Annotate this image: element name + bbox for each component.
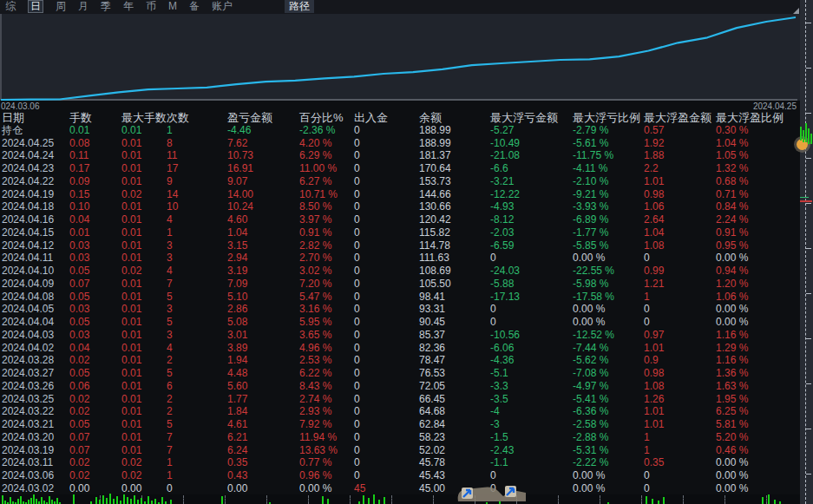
cell-最大浮亏比例: -3.93 %: [573, 200, 608, 213]
table-row-2024.04.05[interactable]: 2024.04.050.030.0132.863.16 %093.3100.00…: [0, 303, 800, 316]
table-row-2024.04.19[interactable]: 2024.04.190.150.021414.0010.71 %0144.66-…: [0, 188, 800, 201]
mini-green-line: [800, 197, 809, 198]
cell-余额: 114.78: [419, 239, 450, 252]
cell-最大浮盈金额: 0.99: [644, 265, 664, 278]
table-row-2024.03.21[interactable]: 2024.03.210.050.0154.617.92 %062.84-3-2.…: [0, 418, 800, 431]
menu-item-账户[interactable]: 账户: [212, 0, 233, 13]
table-row-2024.04.16[interactable]: 2024.04.160.040.0144.603.97 %0120.42-8.1…: [0, 213, 800, 226]
cell-最大浮盈金额: 1.08: [644, 239, 664, 252]
table-row-2024.04.04[interactable]: 2024.04.040.050.0155.085.95 %090.4500.00…: [0, 316, 800, 329]
column-header-次数[interactable]: 次数: [167, 111, 189, 124]
cell-最大手数: 0.01: [121, 329, 141, 342]
right-axis-tick: [806, 474, 811, 475]
volume-bar: [33, 494, 35, 504]
column-header-日期[interactable]: 日期: [2, 111, 24, 124]
table-row-2024.03.28[interactable]: 2024.03.280.020.0121.942.53 %078.47-4.36…: [0, 354, 800, 367]
cell-最大浮盈比例: 0.00 %: [716, 456, 748, 469]
column-header-最大手数[interactable]: 最大手数: [121, 111, 167, 124]
cell-余额: 98.41: [419, 291, 445, 304]
cell-最大浮盈金额: 0.57: [644, 124, 664, 137]
menu-item-币[interactable]: 币: [146, 0, 156, 13]
cell-最大浮亏比例: -17.58 %: [573, 291, 614, 304]
table-row-2024.03.20[interactable]: 2024.03.200.070.0176.2111.94 %058.23-1.5…: [0, 431, 800, 444]
cell-最大浮盈比例: 1.63 %: [716, 380, 748, 393]
table-row-2024.03.25[interactable]: 2024.03.250.020.0121.772.74 %066.45-3.5-…: [0, 393, 800, 406]
column-header-余额[interactable]: 余额: [419, 111, 442, 124]
cell-次数: 3: [167, 329, 173, 342]
equity-curve-svg: [0, 14, 800, 101]
table-row-2024.04.03[interactable]: 2024.04.030.030.0133.013.65 %085.37-10.5…: [0, 329, 800, 342]
cell-盈亏金额: 1.04: [227, 226, 247, 239]
menu-item-日[interactable]: 日: [28, 0, 43, 13]
column-header-出入金[interactable]: 出入金: [354, 111, 388, 124]
path-button[interactable]: 路径: [285, 0, 314, 13]
cell-最大手数: 0.01: [121, 354, 141, 367]
right-axis-tick: [806, 248, 811, 249]
cell-余额: 105.50: [419, 278, 451, 291]
table-row-2024.04.09[interactable]: 2024.04.090.070.0177.097.20 %0105.50-5.8…: [0, 278, 800, 291]
cell-余额: 72.05: [419, 380, 445, 393]
cell-最大浮盈比例: 1.16 %: [716, 329, 748, 342]
column-header-盈亏金额[interactable]: 盈亏金额: [227, 111, 272, 124]
menu-item-M[interactable]: M: [168, 0, 177, 13]
column-header-最大浮亏金额[interactable]: 最大浮亏金额: [490, 111, 558, 124]
volume-bar: [762, 497, 764, 504]
cell-最大浮盈金额: 0.97: [644, 329, 664, 342]
table-row-2024.03.27[interactable]: 2024.03.270.050.0154.486.22 %076.53-5.1-…: [0, 367, 800, 380]
table-row-2024.04.15[interactable]: 2024.04.150.010.0111.040.91 %0115.82-2.0…: [0, 226, 800, 239]
table-row-2024.03.19[interactable]: 2024.03.190.070.0176.2413.63 %052.02-2.4…: [0, 444, 800, 457]
menu-item-周[interactable]: 周: [56, 0, 66, 13]
right-axis-tick: [806, 68, 811, 69]
volume-bar: [56, 498, 58, 504]
cell-最大浮盈比例: 1.16 %: [716, 354, 748, 367]
menu-item-季[interactable]: 季: [101, 0, 111, 13]
table-row-2024.03.06[interactable]: 2024.03.060.020.0210.430.96 %045.4300.00…: [0, 469, 800, 482]
table-row-2024.04.24[interactable]: 2024.04.240.110.011110.736.29 %0181.37-2…: [0, 149, 800, 162]
menu-item-备[interactable]: 备: [189, 0, 200, 13]
cell-最大浮亏比例: -6.36 %: [573, 405, 608, 418]
menu-item-年[interactable]: 年: [123, 0, 134, 13]
table-row-2024.04.22[interactable]: 2024.04.220.090.0199.076.27 %0153.73-3.2…: [0, 175, 800, 188]
cell-手数: 0.05: [69, 316, 89, 329]
table-row-2024.04.25[interactable]: 2024.04.250.080.0187.624.20 %0188.99-10.…: [0, 137, 800, 150]
cell-盈亏金额: 2.94: [227, 252, 247, 265]
table-row-2024.03.11[interactable]: 2024.03.110.020.0210.350.77 %045.78-1.1-…: [0, 456, 800, 469]
table-row-2024.04.10[interactable]: 2024.04.100.050.0243.193.02 %0108.69-24.…: [0, 265, 800, 278]
row-label: 2024.04.08: [2, 291, 54, 304]
cell-百分比%: 8.43 %: [299, 380, 331, 393]
table-row-2024.04.11[interactable]: 2024.04.110.030.0132.942.70 %0111.6300.0…: [0, 252, 800, 265]
volume-bar: [120, 501, 121, 504]
cell-百分比%: 13.63 %: [299, 444, 338, 457]
cell-次数: 7: [167, 278, 173, 291]
mini-candle-bar: [805, 123, 807, 142]
table-row-2024.03.22[interactable]: 2024.03.220.020.0121.842.93 %064.68-4-6.…: [0, 405, 800, 418]
cell-最大手数: 0.01: [121, 316, 141, 329]
cell-最大浮盈比例: 0.00 %: [716, 252, 748, 265]
cell-出入金: 0: [354, 354, 360, 367]
column-header-最大浮盈比例[interactable]: 最大浮盈比例: [716, 111, 783, 124]
trading-app-window: 综日周月季年币M备账户路径 024.03.06 2024.04.25 日期手数最…: [0, 0, 813, 504]
column-header-最大浮盈金额[interactable]: 最大浮盈金额: [644, 111, 711, 124]
table-row-2024.04.02[interactable]: 2024.04.020.040.0143.894.96 %082.36-6.06…: [0, 342, 800, 355]
cell-最大浮亏金额: -8.12: [490, 213, 514, 226]
cell-最大浮亏金额: 0: [490, 482, 496, 495]
menu-item-月[interactable]: 月: [78, 0, 89, 13]
column-header-百分比%[interactable]: 百分比%: [299, 111, 344, 124]
table-row-持仓[interactable]: 持仓0.010.011-4.46-2.36 %0188.99-5.27-2.79…: [0, 124, 800, 137]
table-row-2024.03.02[interactable]: 2024.03.020.000.0000.000.00 %4545.0000.0…: [0, 482, 800, 495]
cell-最大手数: 0.01: [121, 278, 141, 291]
menu-item-period-summary[interactable]: 综: [5, 0, 16, 13]
cell-最大浮盈金额: 1.01: [644, 405, 664, 418]
table-row-2024.04.18[interactable]: 2024.04.180.100.011010.248.50 %0130.66-4…: [0, 200, 800, 213]
column-header-手数[interactable]: 手数: [69, 111, 92, 124]
table-row-2024.04.08[interactable]: 2024.04.080.050.0155.105.47 %098.41-17.1…: [0, 291, 800, 304]
column-header-最大浮亏比例[interactable]: 最大浮亏比例: [573, 111, 640, 124]
table-row-2024.03.26[interactable]: 2024.03.260.060.0165.608.43 %072.05-3.3-…: [0, 380, 800, 393]
cell-手数: 0.01: [69, 226, 89, 239]
table-row-2024.04.23[interactable]: 2024.04.230.170.011716.9111.00 %0170.64-…: [0, 162, 800, 175]
cell-最大浮亏金额: 0: [490, 303, 496, 316]
row-label: 2024.03.19: [2, 444, 54, 457]
table-row-2024.04.12[interactable]: 2024.04.120.030.0133.152.82 %0114.78-6.5…: [0, 239, 800, 252]
right-axis-panel[interactable]: [800, 0, 813, 504]
volume-bar: [28, 500, 30, 504]
